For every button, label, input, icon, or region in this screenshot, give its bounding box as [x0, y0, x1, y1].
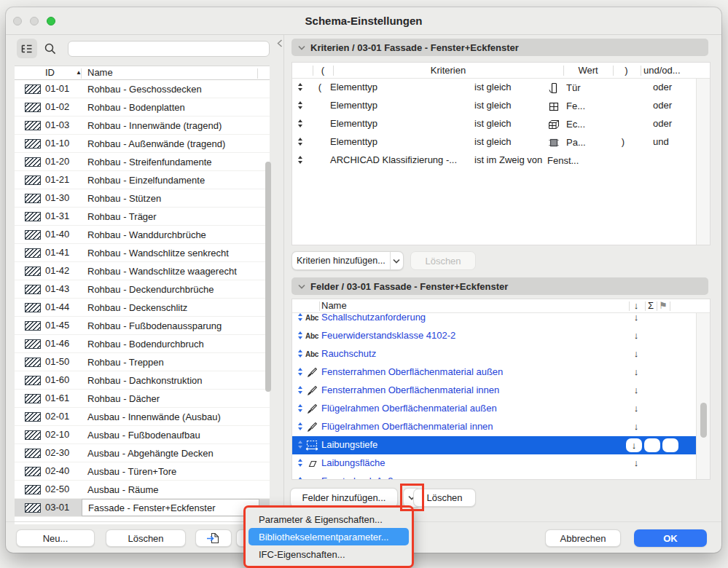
fields-scrollbar-thumb[interactable] — [700, 403, 707, 438]
move-handle-icon[interactable] — [298, 386, 302, 394]
move-handle-icon[interactable] — [298, 101, 302, 109]
schema-row[interactable]: 03-01 Fassade - Fenster+Eckfenster — [15, 499, 270, 517]
field-row[interactable]: Abc Laibungsfläche ↓ ↓ — [292, 454, 696, 473]
schema-row[interactable]: 01-50 Rohbau - Treppen — [15, 353, 270, 371]
schema-row[interactable]: 01-60 Rohbau - Dachkonstruktion — [15, 371, 270, 390]
sort-down-arrow[interactable]: ↓ — [630, 476, 642, 479]
field-row[interactable]: Abc Schallschutzanforderung ↓ ↓ — [292, 313, 696, 327]
menu-item[interactable]: Parameter & Eigenschaften... — [248, 510, 409, 528]
criteria-name[interactable]: ARCHICAD Klassifizierung -... — [330, 154, 457, 165]
add-fields-button[interactable]: Felder hinzufügen... — [290, 488, 398, 508]
tree-view-button[interactable] — [17, 39, 37, 58]
schema-row[interactable]: 01-44 Rohbau - Deckenschlitz — [15, 299, 270, 317]
criteria-value[interactable]: Fe... — [547, 97, 585, 115]
criteria-row[interactable]: ARCHICAD Klassifizierung -... ist im Zwe… — [292, 151, 696, 170]
move-handle-icon[interactable] — [298, 350, 302, 358]
move-handle-icon[interactable] — [298, 138, 302, 146]
fields-section-header[interactable]: Felder / 03-01 Fassade - Fenster+Eckfens… — [291, 277, 708, 295]
schema-row[interactable]: 01-40 Rohbau - Wanddurchbrüche — [15, 226, 270, 244]
menu-item[interactable]: Bibliothekselementparameter... — [248, 528, 409, 545]
move-handle-icon[interactable] — [298, 422, 302, 430]
schema-row[interactable]: 01-20 Rohbau - Streifenfundamente — [15, 153, 270, 171]
sort-down-arrow[interactable]: ↓ — [630, 403, 642, 414]
criteria-logic[interactable]: oder — [653, 100, 672, 111]
schema-row[interactable]: 01-43 Rohbau - Deckendurchbrüche — [15, 280, 270, 299]
move-handle-icon[interactable] — [298, 313, 302, 321]
criteria-operator[interactable]: ist gleich — [474, 82, 512, 92]
panel-divider[interactable] — [283, 35, 284, 521]
schema-row[interactable]: 02-30 Ausbau - Abgehängte Decken — [15, 444, 270, 462]
criteria-value[interactable]: Tür — [547, 79, 581, 97]
criteria-operator[interactable]: ist gleich — [474, 136, 512, 147]
criteria-row[interactable]: Elementtyp ist gleich Ec... oder — [292, 115, 696, 133]
field-row[interactable]: Abc Fensterrahmen Oberflächenmaterial in… — [292, 382, 696, 400]
schema-row[interactable]: 02-50 Ausbau - Räume — [15, 481, 270, 499]
import-schema-button[interactable] — [195, 529, 232, 547]
field-row[interactable]: Abc Flügelrahmen Oberflächenmaterial auß… — [292, 400, 696, 418]
field-row[interactable]: Abc Fensterbank Außen ↓ ↓ — [292, 473, 696, 479]
column-header-field-name[interactable]: Name — [321, 300, 347, 311]
sort-down-arrow[interactable]: ↓ — [630, 366, 642, 377]
delete-schema-button[interactable]: Löschen — [106, 529, 186, 547]
criteria-row[interactable]: Elementtyp ist gleich Fe... oder — [292, 97, 696, 115]
schema-row[interactable]: 01-03 Rohbau - Innenwände (tragend) — [15, 117, 270, 135]
criteria-row[interactable]: ( Elementtyp ist gleich Tür oder — [292, 79, 696, 97]
schema-row[interactable]: 01-31 Rohbau - Träger — [15, 208, 270, 226]
criteria-name[interactable]: Elementtyp — [330, 82, 377, 92]
sum-toggle[interactable] — [644, 438, 660, 452]
sort-down-arrow[interactable]: ↓ — [630, 330, 642, 341]
schema-row[interactable]: 01-41 Rohbau - Wandschlitze senkrecht — [15, 244, 270, 262]
schema-row[interactable]: 01-46 Rohbau - Bodendurchbruch — [15, 335, 270, 353]
move-handle-icon[interactable] — [298, 368, 302, 376]
criteria-name[interactable]: Elementtyp — [330, 100, 377, 111]
move-handle-icon[interactable] — [298, 441, 302, 449]
column-open-paren[interactable]: ( — [313, 65, 333, 76]
schema-row[interactable]: 02-40 Ausbau - Türen+Tore — [15, 462, 270, 481]
menu-item[interactable]: IFC-Eigenschaften... — [248, 545, 409, 563]
criteria-name[interactable]: Elementtyp — [330, 118, 377, 129]
ok-button[interactable]: OK — [634, 529, 707, 547]
criteria-value[interactable]: Pa... — [547, 133, 586, 151]
fields-scrollbar-track[interactable] — [696, 313, 710, 479]
flag-column-icon[interactable]: ⚑ — [657, 300, 670, 311]
column-criteria[interactable]: Kriterien — [333, 65, 563, 76]
sort-toggle[interactable]: ↓ — [626, 438, 642, 452]
move-handle-icon[interactable] — [298, 156, 302, 164]
criteria-value[interactable]: Ec... — [547, 115, 585, 133]
column-close-paren[interactable]: ) — [613, 65, 640, 76]
chevron-down-icon[interactable] — [390, 252, 403, 269]
criteria-name[interactable]: Elementtyp — [330, 136, 377, 147]
sort-down-arrow[interactable]: ↓ — [630, 421, 642, 432]
add-criteria-button[interactable]: Kriterien hinzufügen... — [291, 251, 404, 270]
criteria-logic[interactable]: oder — [653, 82, 672, 92]
schema-row[interactable]: 02-01 Ausbau - Innenwände (Ausbau) — [15, 408, 270, 426]
collapse-panel-icon[interactable] — [277, 39, 284, 47]
criteria-logic[interactable]: und — [653, 136, 669, 147]
cancel-button[interactable]: Abbrechen — [545, 529, 621, 547]
field-row[interactable]: Abc Laibungstiefe ↓ ↓ — [292, 436, 696, 454]
criteria-operator[interactable]: ist im Zweig von — [474, 154, 542, 165]
new-button[interactable]: Neu... — [16, 529, 95, 547]
search-input[interactable] — [68, 41, 270, 57]
sort-down-arrow[interactable]: ↓ — [630, 313, 642, 323]
sort-down-arrow[interactable]: ↓ — [630, 348, 642, 359]
criteria-operator[interactable]: ist gleich — [474, 100, 512, 111]
schema-row[interactable]: 01-02 Rohbau - Bodenplatten — [15, 98, 270, 117]
flag-toggle[interactable] — [662, 438, 678, 452]
schema-row[interactable]: 01-30 Rohbau - Stützen — [15, 189, 270, 208]
move-handle-icon[interactable] — [298, 119, 302, 127]
schema-row[interactable]: 01-61 Rohbau - Dächer — [15, 390, 270, 408]
schema-list-scrollbar-thumb[interactable] — [265, 162, 271, 392]
sort-down-arrow[interactable]: ↓ — [630, 384, 642, 395]
criteria-value[interactable]: Fenst... — [547, 151, 579, 170]
field-row[interactable]: Abc Rauchschutz ↓ ↓ — [292, 345, 696, 363]
sum-column-icon[interactable]: Σ — [645, 300, 657, 311]
criteria-row[interactable]: Elementtyp ist gleich Pa... ) und — [292, 133, 696, 151]
column-value[interactable]: Wert — [563, 65, 613, 76]
schema-row[interactable]: 02-10 Ausbau - Fußbodenaufbau — [15, 426, 270, 444]
sort-direction-column-icon[interactable]: ↓ — [629, 300, 643, 311]
move-handle-icon[interactable] — [298, 459, 302, 467]
criteria-operator[interactable]: ist gleich — [474, 118, 512, 129]
schema-row[interactable]: 01-21 Rohbau - Einzelfundamente — [15, 171, 270, 189]
column-header-name[interactable]: Name — [87, 67, 113, 78]
